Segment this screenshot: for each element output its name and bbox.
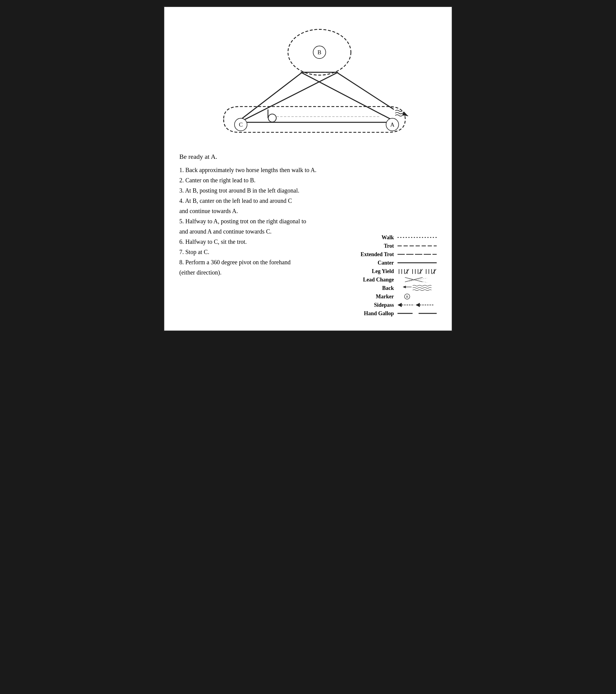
legend-row-extended-trot: Extended Trot — [340, 251, 437, 258]
legend-symbol-leg-yield — [398, 268, 437, 275]
svg-point-8 — [268, 114, 276, 122]
svg-marker-45 — [398, 303, 402, 307]
step-item: 2. Canter on the right lead to B. — [179, 176, 437, 185]
legend-symbol-sidepass — [398, 302, 437, 308]
legend-symbol-walk — [398, 234, 437, 241]
legend-row-marker: Marker B — [340, 293, 437, 300]
svg-text:B: B — [406, 295, 409, 298]
legend-symbol-hand-gallop — [398, 310, 437, 317]
legend-symbol-marker: B — [398, 293, 437, 300]
legend-label-trot: Trot — [355, 243, 394, 249]
svg-marker-47 — [416, 303, 420, 307]
step-item: 5. Halfway to A, posting trot on the rig… — [179, 217, 437, 226]
legend-label-sidepass: Sidepass — [355, 302, 394, 308]
legend-row-hand-gallop: Hand Gallop — [340, 310, 437, 317]
legend-label-hand-gallop: Hand Gallop — [355, 310, 394, 317]
legend-symbol-back — [398, 285, 437, 291]
ready-line: Be ready at A. — [179, 153, 437, 161]
legend-row-trot: Trot — [340, 242, 437, 249]
legend-symbol-lead-change — [398, 276, 437, 283]
legend-row-canter: Canter — [340, 259, 437, 266]
step-item: 4. At B, canter on the left lead to and … — [179, 196, 437, 205]
svg-line-1 — [241, 72, 302, 120]
legend-symbol-extended-trot — [398, 251, 437, 258]
step-item: 1. Back approximately two horse lengths … — [179, 165, 437, 175]
svg-line-10 — [402, 113, 408, 116]
diagram-container: B C A — [179, 19, 437, 146]
svg-marker-41 — [403, 286, 406, 288]
legend-label-canter: Canter — [355, 260, 394, 266]
svg-line-6 — [237, 72, 338, 124]
legend-row-walk: Walk — [340, 234, 437, 241]
page: B C A Be ready at A. 1. Back approximate… — [163, 6, 453, 331]
legend-row-leg-yield: Leg Yield — [340, 268, 437, 275]
step-item: 3. At B, posting trot around B in the le… — [179, 186, 437, 195]
svg-line-2 — [337, 72, 394, 109]
legend: Walk Trot Extended Trot — [340, 234, 437, 318]
legend-symbol-trot — [398, 242, 437, 249]
svg-text:B: B — [318, 49, 322, 55]
legend-row-sidepass: Sidepass — [340, 302, 437, 308]
legend-label-leg-yield: Leg Yield — [355, 268, 394, 275]
step-item: and continue towards A. — [179, 206, 437, 216]
legend-row-lead-change: Lead Change — [340, 276, 437, 283]
svg-text:C: C — [239, 122, 243, 128]
legend-label-marker: Marker — [355, 293, 394, 300]
legend-row-back: Back — [340, 285, 437, 291]
legend-label-back: Back — [355, 285, 394, 291]
legend-label-walk: Walk — [355, 235, 394, 241]
legend-label-lead-change: Lead Change — [355, 277, 394, 283]
legend-label-extended-trot: Extended Trot — [355, 251, 394, 258]
legend-symbol-canter — [398, 259, 437, 266]
pattern-diagram: B C A — [179, 19, 437, 146]
svg-text:A: A — [390, 122, 395, 128]
